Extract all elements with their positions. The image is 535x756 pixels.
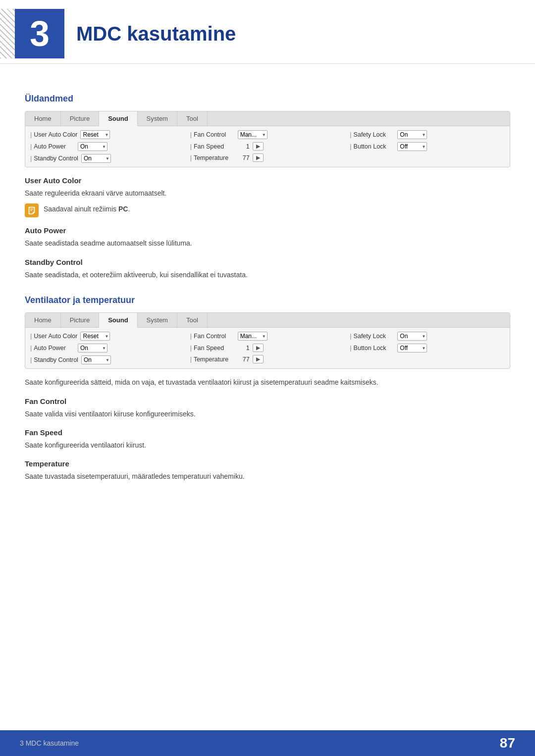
select-on-sc-2[interactable]: On Off bbox=[81, 355, 111, 364]
arrow-fan-speed-1[interactable]: ▶ bbox=[253, 142, 264, 151]
select-on-ap-1[interactable]: On Off bbox=[78, 142, 107, 151]
tab-home-1[interactable]: Home bbox=[25, 111, 61, 126]
arrow-temperature-2[interactable]: ▶ bbox=[253, 355, 264, 363]
label-fan-control-1: Fan Control bbox=[190, 131, 235, 138]
main-content: Üldandmed Home Picture Sound System Tool… bbox=[0, 69, 535, 515]
tab-picture-2[interactable]: Picture bbox=[61, 313, 99, 327]
label-button-lock-2: Button Lock bbox=[350, 345, 394, 352]
ui-row-standby-1: Standby Control On Off bbox=[30, 154, 185, 163]
arrow-fan-speed-2[interactable]: ▶ bbox=[253, 344, 264, 352]
body-fan-speed: Saate konfigureerida ventilaatori kiirus… bbox=[25, 440, 510, 451]
select-reset-2[interactable]: Reset bbox=[80, 332, 110, 341]
select-wrap-on-sl-1[interactable]: On Off bbox=[397, 130, 427, 139]
ui-panel-2: Home Picture Sound System Tool User Auto… bbox=[25, 312, 510, 369]
select-man-2[interactable]: Man... bbox=[238, 332, 268, 341]
section1-heading: Üldandmed bbox=[25, 94, 510, 104]
select-on-sl-1[interactable]: On Off bbox=[397, 130, 427, 139]
select-on-sc-1[interactable]: On Off bbox=[81, 154, 111, 163]
ui-col-3-panel2: Safety Lock On Off Button Lock Off On bbox=[350, 332, 505, 364]
label-user-auto-color-1: User Auto Color bbox=[30, 131, 77, 138]
select-wrap-reset-1[interactable]: Reset bbox=[80, 130, 110, 139]
ui-row-fan-control-2: Fan Control Man... bbox=[190, 332, 345, 341]
note-text: Saadaval ainult režiimis PC. bbox=[44, 203, 130, 214]
note-icon bbox=[25, 203, 39, 217]
body-standby: Saate seadistada, et ooterežiim aktiveer… bbox=[25, 269, 510, 280]
note-box: Saadaval ainult režiimis PC. bbox=[25, 203, 510, 217]
ui-row-user-auto-color-2: User Auto Color Reset bbox=[30, 332, 185, 341]
tab-home-2[interactable]: Home bbox=[25, 313, 61, 327]
select-reset-1[interactable]: Reset bbox=[80, 130, 110, 139]
footer-left-text: 3 MDC kasutamine bbox=[20, 739, 79, 747]
tab-system-2[interactable]: System bbox=[138, 313, 177, 327]
ui-row-temperature-1: Temperature 77 ▶ bbox=[190, 153, 345, 162]
select-wrap-on-sc-1[interactable]: On Off bbox=[81, 154, 111, 163]
select-wrap-man-2[interactable]: Man... bbox=[238, 332, 268, 341]
ui-row-safety-lock-1: Safety Lock On Off bbox=[350, 130, 505, 139]
body-temperature: Saate tuvastada sisetemperatuuri, määrat… bbox=[25, 471, 510, 482]
value-fan-speed-1: 1 bbox=[238, 143, 250, 150]
footer-page-number: 87 bbox=[500, 735, 515, 751]
select-wrap-off-bl-2[interactable]: Off On bbox=[397, 344, 427, 353]
page-title: MDC kasutamine bbox=[76, 23, 236, 45]
ui-row-fan-speed-1: Fan Speed 1 ▶ bbox=[190, 142, 345, 151]
ui-row-fan-speed-2: Fan Speed 1 ▶ bbox=[190, 344, 345, 352]
body-auto-power: Saate seadistada seadme automaatselt sis… bbox=[25, 238, 510, 249]
tab-sound-1[interactable]: Sound bbox=[99, 111, 137, 126]
note-svg bbox=[27, 206, 36, 215]
sub-heading-fan-speed: Fan Speed bbox=[25, 428, 510, 437]
value-temperature-2: 77 bbox=[238, 356, 250, 363]
select-wrap-on-sc-2[interactable]: On Off bbox=[81, 355, 111, 364]
label-auto-power-1: Auto Power bbox=[30, 143, 75, 150]
ui-col-3-panel1: Safety Lock On Off Button Lock Off On bbox=[350, 130, 505, 163]
select-off-bl-1[interactable]: Off On bbox=[397, 142, 427, 151]
chapter-number-box: 3 bbox=[15, 9, 64, 58]
select-wrap-man-1[interactable]: Man... bbox=[238, 130, 268, 139]
body-fan-control: Saate valida viisi ventilaatori kiiruse … bbox=[25, 408, 510, 419]
tab-system-1[interactable]: System bbox=[138, 111, 177, 126]
label-fan-speed-1: Fan Speed bbox=[190, 143, 235, 150]
select-wrap-off-bl-1[interactable]: Off On bbox=[397, 142, 427, 151]
ui-row-button-lock-1: Button Lock Off On bbox=[350, 142, 505, 151]
label-safety-lock-1: Safety Lock bbox=[350, 131, 394, 138]
sub-heading-auto-power: Auto Power bbox=[25, 226, 510, 235]
select-on-sl-2[interactable]: On Off bbox=[397, 332, 427, 341]
label-temperature-1: Temperature bbox=[190, 154, 235, 161]
label-fan-control-2: Fan Control bbox=[190, 333, 235, 340]
select-wrap-on-sl-2[interactable]: On Off bbox=[397, 332, 427, 341]
select-on-ap-2[interactable]: On Off bbox=[78, 344, 107, 353]
sub-heading-user-auto-color: User Auto Color bbox=[25, 176, 510, 185]
section2-intro: Saate konfigureerida sätteid, mida on va… bbox=[25, 377, 510, 388]
select-off-bl-2[interactable]: Off On bbox=[397, 344, 427, 353]
ui-col-1-panel1: User Auto Color Reset Auto Power On Off bbox=[30, 130, 185, 163]
tab-tool-2[interactable]: Tool bbox=[177, 313, 208, 327]
sub-heading-temperature: Temperature bbox=[25, 459, 510, 468]
ui-row-safety-lock-2: Safety Lock On Off bbox=[350, 332, 505, 341]
tab-picture-1[interactable]: Picture bbox=[61, 111, 99, 126]
ui-panel-1: Home Picture Sound System Tool User Auto… bbox=[25, 111, 510, 167]
select-wrap-on-ap-2[interactable]: On Off bbox=[78, 344, 107, 353]
ui-tabs-1: Home Picture Sound System Tool bbox=[25, 111, 510, 126]
ui-col-2-panel2: Fan Control Man... Fan Speed 1 ▶ Tempera… bbox=[190, 332, 345, 364]
select-man-1[interactable]: Man... bbox=[238, 130, 268, 139]
value-fan-speed-2: 1 bbox=[238, 345, 250, 352]
tab-tool-1[interactable]: Tool bbox=[177, 111, 208, 126]
select-wrap-reset-2[interactable]: Reset bbox=[80, 332, 110, 341]
label-temperature-2: Temperature bbox=[190, 356, 235, 363]
ui-row-fan-control-1: Fan Control Man... bbox=[190, 130, 345, 139]
arrow-temperature-1[interactable]: ▶ bbox=[253, 153, 264, 162]
label-standby-1: Standby Control bbox=[30, 155, 78, 162]
sub-heading-fan-control: Fan Control bbox=[25, 397, 510, 405]
footer: 3 MDC kasutamine 87 bbox=[0, 730, 535, 756]
label-fan-speed-2: Fan Speed bbox=[190, 345, 235, 352]
select-wrap-on-ap-1[interactable]: On Off bbox=[78, 142, 107, 151]
ui-col-2-panel1: Fan Control Man... Fan Speed 1 ▶ Tempera… bbox=[190, 130, 345, 163]
ui-row-user-auto-color-1: User Auto Color Reset bbox=[30, 130, 185, 139]
body-user-auto-color: Saate reguleerida ekraani värve automaat… bbox=[25, 188, 510, 199]
ui-row-auto-power-1: Auto Power On Off bbox=[30, 142, 185, 151]
ui-row-temperature-2: Temperature 77 ▶ bbox=[190, 355, 345, 363]
label-button-lock-1: Button Lock bbox=[350, 143, 394, 150]
tab-sound-2[interactable]: Sound bbox=[99, 313, 137, 328]
label-user-auto-color-2: User Auto Color bbox=[30, 333, 77, 340]
ui-row-button-lock-2: Button Lock Off On bbox=[350, 344, 505, 353]
ui-col-1-panel2: User Auto Color Reset Auto Power On Off bbox=[30, 332, 185, 364]
